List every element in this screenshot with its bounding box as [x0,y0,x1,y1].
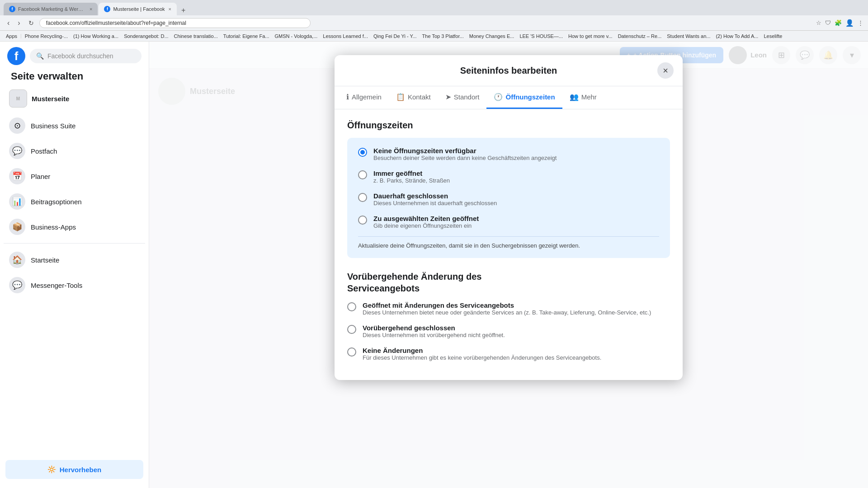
radio-btn-dauerhaft[interactable] [358,193,367,202]
more-icon[interactable]: ⋮ [858,19,863,26]
section2-title-line1: Vorübergehende Änderung des [347,272,481,282]
browser-tab-inactive[interactable]: f Facebook Marketing & Werbe... × [4,3,98,15]
bookmark-10[interactable]: Money Changes E... [467,33,517,39]
sidebar-item-label-messenger-tools: Messenger-Tools [31,282,82,289]
app-body: f 🔍 Facebook durchsuchen Seite verwalten… [0,42,868,488]
tab-mehr[interactable]: 👥 Mehr [562,86,604,109]
kontakt-icon: 📋 [396,93,405,101]
sidebar-page-item[interactable]: M Musterseite [4,86,145,111]
search-bar[interactable]: 🔍 Facebook durchsuchen [30,49,142,63]
radio-btn-voruebergehend[interactable] [347,325,356,334]
bookmark-4[interactable]: Chinese translatio... [172,33,220,39]
mehr-icon: 👥 [570,93,579,101]
bookmark-8[interactable]: Qing Fei De Yi - Y... [371,33,419,39]
business-suite-icon: ⊙ [9,117,25,134]
extension-icon[interactable]: 🧩 [835,19,842,26]
browser-toolbar-icons: ☆ 🛡 🧩 👤 ⋮ [816,19,863,27]
sidebar-item-business-apps[interactable]: 📦 Business-Apps [4,214,145,239]
tab-oeffnungszeiten-label: Öffnungszeiten [505,93,555,101]
nav-forward-button[interactable]: › [15,18,23,28]
modal-close-button[interactable]: × [657,62,674,79]
planer-icon: 📅 [9,168,25,184]
tab1-close[interactable]: × [90,6,92,12]
bookmark-5[interactable]: Tutorial: Eigene Fa... [221,33,272,39]
modal-body: Öffnungszeiten Keine Öffnungszeiten verf… [335,109,683,380]
sidebar-item-postfach[interactable]: 💬 Postfach [4,138,145,164]
profile-icon[interactable]: 👤 [845,19,854,27]
new-tab-button[interactable]: + [178,5,189,15]
tab-kontakt-label: Kontakt [408,93,431,101]
tab2-close[interactable]: × [169,6,171,12]
bookmark-13[interactable]: Datenschutz – Re... [616,33,664,39]
bookmark-7[interactable]: Lessons Learned f... [321,33,370,39]
apps-bookmark[interactable]: Apps [4,33,19,39]
browser-tab-active[interactable]: f Musterseite | Facebook × [99,3,177,15]
radio-option-keine[interactable]: Keine Öffnungszeiten verfügbar Besuchern… [358,147,659,161]
sidebar-item-messenger-tools[interactable]: 💬 Messenger-Tools [4,272,145,298]
browser-tabs-bar: f Facebook Marketing & Werbe... × f Must… [0,0,868,15]
radio-desc-immer: z. B. Parks, Strände, Straßen [373,177,450,184]
nav-refresh-button[interactable]: ↻ [26,18,37,28]
bookmark-1[interactable]: Phone Recycling-... [23,33,70,39]
radio-btn-geaendert[interactable] [347,302,356,311]
radio-label-geaendert: Geöffnet mit Änderungen des Serviceangeb… [363,301,651,309]
page-name: Musterseite [32,95,69,103]
sidebar-title: Seite verwalten [4,69,145,86]
section1-blue-card: Keine Öffnungszeiten verfügbar Besuchern… [347,138,670,258]
bookmark-6[interactable]: GMSN - Vologda,... [273,33,320,39]
radio-desc-geaendert: Dieses Unternehmen bietet neue oder geän… [363,309,651,316]
sidebar-item-startseite[interactable]: 🏠 Startseite [4,247,145,272]
bookmark-11[interactable]: LEE 'S HOUSE—... [517,33,565,39]
browser-toolbar: ‹ › ↻ ☆ 🛡 🧩 👤 ⋮ [0,15,868,31]
tab-allgemein[interactable]: ℹ Allgemein [339,86,389,109]
sidebar-item-label-planer: Planer [31,173,50,180]
radio-btn-keine[interactable] [358,148,367,157]
radio-option-dauerhaft[interactable]: Dauerhaft geschlossen Dieses Unternehmen… [358,192,659,206]
fb-logo: f [7,47,25,65]
highlight-icon: 🔆 [47,465,56,474]
radio-option-immer[interactable]: Immer geöffnet z. B. Parks, Strände, Str… [358,169,659,184]
radio-btn-keine-aenderungen[interactable] [347,347,356,357]
bookmark-9[interactable]: The Top 3 Platfor... [420,33,466,39]
tab-oeffnungszeiten[interactable]: 🕐 Öffnungszeiten [486,86,562,109]
star-icon[interactable]: ☆ [816,19,821,26]
nav-back-button[interactable]: ‹ [5,18,12,28]
radio-desc-keine-aenderungen: Für dieses Unternehmen gibt es keine vor… [363,354,601,361]
sidebar-divider [4,243,145,244]
tab-allgemein-label: Allgemein [352,93,382,101]
radio-label-group-geaendert: Geöffnet mit Änderungen des Serviceangeb… [363,301,651,316]
shield-icon: 🛡 [825,19,831,26]
tab-kontakt[interactable]: 📋 Kontakt [389,86,438,109]
address-bar[interactable] [39,18,311,28]
bookmark-16[interactable]: Leselifte [761,33,784,39]
bookmark-15[interactable]: (2) How To Add A... [713,33,760,39]
messenger-tools-icon: 💬 [9,277,25,293]
radio-option-geaendert[interactable]: Geöffnet mit Änderungen des Serviceangeb… [347,301,670,316]
radio-btn-ausgewaehlt[interactable] [358,216,367,225]
tab-standort-label: Standort [454,93,480,101]
radio-label-group-keine: Keine Öffnungszeiten verfügbar Besuchern… [373,147,557,161]
bookmark-3[interactable]: Sonderangebot: D... [122,33,170,39]
sidebar-header: f 🔍 Facebook durchsuchen [4,42,145,69]
bookmark-14[interactable]: Student Wants an... [665,33,712,39]
highlight-button[interactable]: 🔆 Hervorheben [5,460,143,479]
sidebar-item-beitragsoptionen[interactable]: 📊 Beitragsoptionen [4,189,145,214]
radio-btn-immer[interactable] [358,170,367,179]
radio-option-voruebergehend[interactable]: Vorübergehend geschlossen Dieses Unterne… [347,324,670,338]
radio-desc-dauerhaft: Dieses Unternehmen ist dauerhaft geschlo… [373,200,497,206]
bookmarks-bar: Apps | Phone Recycling-... (1) How Worki… [0,31,868,42]
tab1-label: Facebook Marketing & Werbe... [18,6,86,12]
modal-overlay: Seiteninfos bearbeiten × ℹ Allgemein 📋 K… [149,42,868,488]
tab-standort[interactable]: ➤ Standort [438,86,487,109]
bookmark-2[interactable]: (1) How Working a... [71,33,121,39]
sidebar-item-business-suite[interactable]: ⊙ Business Suite [4,113,145,138]
main-area: + + Action-Button hinzufügen Leon ⊞ 💬 🔔 … [149,42,868,488]
startseite-icon: 🏠 [9,252,25,268]
beitragsoptionen-icon: 📊 [9,193,25,210]
radio-option-ausgewaehlt[interactable]: Zu ausgewählten Zeiten geöffnet Gib dein… [358,215,659,229]
bookmark-12[interactable]: How to get more v... [566,33,615,39]
highlight-label: Hervorheben [60,466,102,474]
standort-icon: ➤ [445,93,451,101]
radio-option-keine-aenderungen[interactable]: Keine Änderungen Für dieses Unternehmen … [347,347,670,361]
sidebar-item-planer[interactable]: 📅 Planer [4,164,145,189]
